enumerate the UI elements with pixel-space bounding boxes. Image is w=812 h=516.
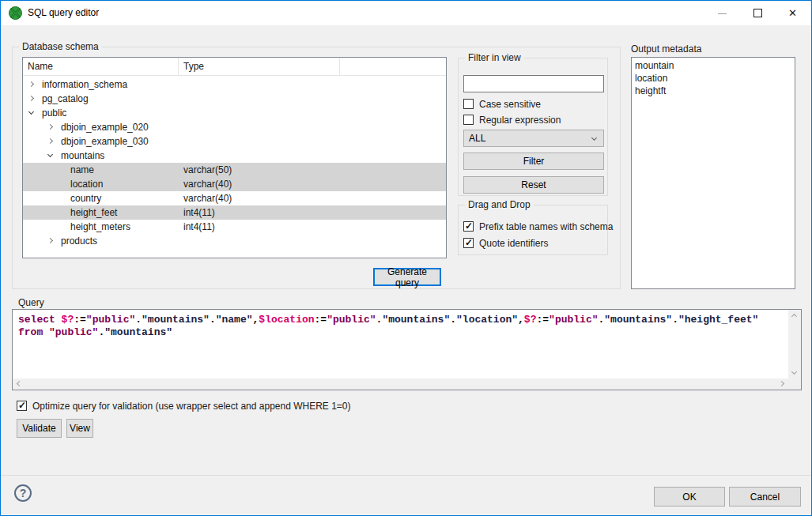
scroll-down-icon[interactable] (791, 369, 797, 375)
prefix-table-names-label: Prefix table names with schema (479, 221, 613, 232)
filter-in-view-group: Filter in view Case sensitive Regular ex… (458, 58, 608, 196)
scrollbar-corner (788, 379, 801, 390)
column-header-type[interactable]: Type (179, 58, 340, 76)
scroll-left-icon[interactable] (17, 381, 22, 386)
sql-code-line: select $?:="public"."mountains"."name",$… (18, 314, 788, 326)
tree-item-name: height_meters (70, 221, 130, 232)
regular-expression-checkbox[interactable] (463, 115, 474, 125)
sql-query-editor-dialog: SQL query editor ✕ Database schema Name … (0, 0, 812, 516)
tree-item-name: height_feet (70, 207, 117, 218)
minimize-icon (718, 13, 727, 14)
tree-item-name: name (70, 164, 94, 175)
cancel-button[interactable]: Cancel (729, 487, 801, 507)
tree-item-type: int4(11) (183, 207, 215, 218)
generate-query-button[interactable]: Generate query (373, 268, 441, 286)
tree-row[interactable]: pg_catalog (23, 92, 446, 106)
sql-code-line: from "public"."mountains" (18, 326, 788, 339)
reset-button[interactable]: Reset (463, 176, 604, 194)
close-button[interactable]: ✕ (776, 1, 811, 25)
chevron-collapsed-icon[interactable] (47, 138, 53, 144)
drag-and-drop-label: Drag and Drop (465, 199, 534, 210)
scroll-up-icon[interactable] (791, 314, 797, 319)
horizontal-scrollbar[interactable] (13, 379, 788, 390)
ok-button[interactable]: OK (654, 487, 725, 507)
tree-item-name: mountains (61, 150, 104, 161)
database-schema-label: Database schema (19, 41, 102, 52)
optimize-query-checkbox[interactable] (17, 401, 27, 411)
tree-row[interactable]: mountains (23, 149, 446, 163)
tree-row[interactable]: public (23, 106, 446, 120)
scroll-right-icon[interactable] (779, 381, 784, 386)
chevron-collapsed-icon[interactable] (47, 238, 53, 243)
filter-scope-dropdown[interactable]: ALL (463, 130, 604, 147)
schema-tree[interactable]: Name Type information_schemapg_catalogpu… (22, 57, 447, 258)
metadata-list-item[interactable]: heightft (632, 85, 795, 97)
chevron-down-icon (591, 135, 597, 141)
minimize-button[interactable] (704, 1, 740, 25)
filter-scope-value: ALL (469, 133, 485, 144)
tree-item-type: varchar(50) (183, 164, 232, 175)
quote-identifiers-checkbox[interactable] (463, 238, 474, 248)
tree-item-name: information_schema (42, 79, 127, 90)
tree-item-type: int4(11) (183, 221, 215, 232)
help-icon: ? (20, 487, 27, 499)
prefix-table-names-checkbox[interactable] (463, 221, 474, 232)
quote-identifiers-label: Quote identifiers (479, 238, 548, 249)
query-label: Query (18, 297, 44, 308)
chevron-collapsed-icon[interactable] (28, 81, 34, 87)
vertical-scrollbar[interactable] (788, 310, 801, 379)
tree-item-type: varchar(40) (183, 193, 232, 204)
filter-in-view-label: Filter in view (465, 52, 524, 63)
output-metadata-label: Output metadata (631, 43, 701, 55)
close-icon: ✕ (788, 7, 797, 19)
maximize-button[interactable] (740, 1, 776, 25)
query-editor[interactable]: select $?:="public"."mountains"."name",$… (12, 309, 802, 390)
tree-item-name: dbjoin_example_030 (61, 136, 149, 147)
help-button[interactable]: ? (14, 484, 32, 502)
chevron-collapsed-icon[interactable] (28, 96, 34, 101)
case-sensitive-checkbox[interactable] (463, 99, 474, 109)
tree-item-name: dbjoin_example_020 (61, 122, 149, 133)
metadata-list-item[interactable]: location (632, 72, 795, 85)
clover-app-icon (9, 6, 22, 20)
column-header-extra[interactable] (340, 58, 446, 76)
regular-expression-label: Regular expression (479, 115, 561, 126)
title-bar[interactable]: SQL query editor ✕ (1, 1, 811, 25)
validate-button[interactable]: Validate (17, 419, 62, 438)
drag-and-drop-group: Drag and Drop Prefix table names with sc… (458, 205, 608, 255)
column-header-name[interactable]: Name (23, 58, 179, 76)
window-title: SQL query editor (28, 7, 99, 18)
tree-row[interactable]: countryvarchar(40) (23, 191, 446, 205)
chevron-expanded-icon[interactable] (28, 109, 34, 115)
chevron-expanded-icon[interactable] (47, 152, 53, 157)
filter-button[interactable]: Filter (463, 153, 604, 170)
tree-row[interactable]: namevarchar(50) (23, 163, 446, 177)
view-button[interactable]: View (66, 419, 93, 438)
bottom-separator (1, 475, 811, 476)
tree-row[interactable]: dbjoin_example_020 (23, 120, 446, 134)
tree-row[interactable]: locationvarchar(40) (23, 177, 446, 191)
tree-row[interactable]: information_schema (23, 77, 446, 92)
tree-item-name: pg_catalog (42, 93, 89, 104)
chevron-collapsed-icon[interactable] (47, 124, 53, 130)
schema-tree-body: information_schemapg_catalogpublicdbjoin… (23, 77, 446, 258)
tree-row[interactable]: dbjoin_example_030 (23, 134, 446, 149)
tree-item-name: location (70, 179, 103, 190)
optimize-query-label: Optimize query for validation (use wrapp… (32, 401, 351, 412)
tree-row[interactable]: height_feetint4(11) (23, 205, 446, 220)
case-sensitive-label: Case sensitive (479, 99, 541, 110)
tree-item-type: varchar(40) (183, 179, 232, 190)
tree-item-name: country (70, 193, 101, 204)
filter-input[interactable] (463, 75, 604, 92)
tree-row[interactable]: height_metersint4(11) (23, 220, 446, 234)
maximize-icon (753, 9, 762, 17)
tree-item-name: public (42, 107, 66, 119)
tree-item-name: products (61, 235, 97, 247)
tree-row[interactable]: products (23, 234, 446, 248)
sql-code-area[interactable]: select $?:="public"."mountains"."name",$… (13, 310, 788, 379)
output-metadata-list[interactable]: mountainlocationheightft (631, 57, 795, 289)
schema-tree-header: Name Type (23, 58, 446, 76)
metadata-list-item[interactable]: mountain (632, 59, 795, 72)
